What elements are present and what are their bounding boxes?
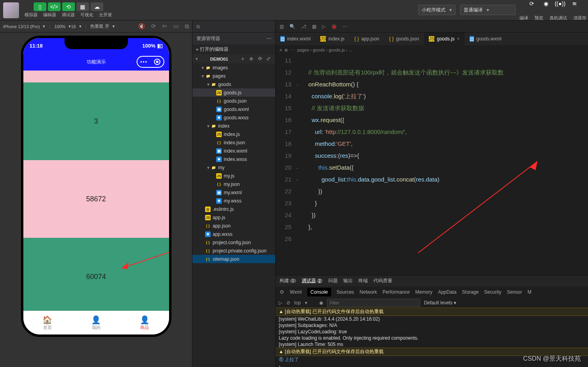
editor-tab-goods.js[interactable]: JSgoods.js× <box>424 32 465 45</box>
tree-node-goods.js[interactable]: JSgoods.js <box>192 88 275 97</box>
clearcache-icon[interactable]: ≋ <box>568 0 581 8</box>
devtab-Storage[interactable]: Storage <box>462 289 479 295</box>
breadcrumb[interactable]: ≡ ⊕ ⋯ pages › goods › goods.js › ... <box>276 45 588 55</box>
breadcrumb-path[interactable]: pages › goods › goods.js › ... <box>297 48 352 52</box>
open-editors-section[interactable]: 打开的编辑器 <box>192 44 275 54</box>
zoom-select[interactable]: 100% <box>54 24 71 29</box>
tree-node-goods.wxss[interactable]: ❖goods.wxss <box>192 113 275 122</box>
levels-select[interactable]: Default levels ▾ <box>424 300 456 306</box>
hotreload-select[interactable]: 热重载 开 <box>90 23 114 29</box>
devtab-Console[interactable]: Console <box>307 288 331 296</box>
visual-toggle[interactable]: ▦ <box>76 2 89 11</box>
cut-icon[interactable]: ✄ <box>162 23 167 30</box>
tree-node-my.wxml[interactable]: ▤my.wxml <box>192 188 275 197</box>
tree-node-index.wxml[interactable]: ▤index.wxml <box>192 147 275 155</box>
sidebar-icon[interactable]: ▥ <box>280 24 284 29</box>
device-select[interactable]: iPhone 12/13 (Pro) <box>3 24 45 29</box>
editor-tab-goods.json[interactable]: { }goods.json <box>384 32 424 45</box>
devtab-M[interactable]: M <box>527 289 531 295</box>
tree-node-pages[interactable]: ▾📁pages <box>192 72 275 80</box>
bug-icon[interactable]: 🐞 <box>331 24 337 29</box>
realdevice-icon[interactable]: ((●)) <box>554 0 567 8</box>
popout-icon[interactable]: ⧉ <box>185 23 189 30</box>
term-tab-输出[interactable]: 输出 <box>343 277 353 284</box>
devtab-Network[interactable]: Network <box>360 289 377 295</box>
tree-node-my[interactable]: ▾📁my <box>192 163 275 172</box>
more-bc-icon[interactable]: ⋯ <box>290 48 295 53</box>
term-tab-终端[interactable]: 终端 <box>358 277 368 284</box>
tree-node-app.wxss[interactable]: ❖app.wxss <box>192 230 275 238</box>
tree-node-my.wxss[interactable]: ❖my.wxss <box>192 197 275 205</box>
editor-tab-index.js[interactable]: JSindex.js <box>316 32 350 45</box>
devtab-Memory[interactable]: Memory <box>415 289 432 295</box>
tree-node-my.json[interactable]: { }my.json <box>192 180 275 188</box>
tree-node-index.js[interactable]: JSindex.js <box>192 130 275 138</box>
tree-node-sitemap.json[interactable]: { }sitemap.json <box>192 255 275 263</box>
tree-node-project.private.config.json[interactable]: { }project.private.config.json <box>192 247 275 255</box>
tree-node-images[interactable]: ▾📁images <box>192 63 275 72</box>
console-output[interactable]: ▲ [自动热重载] 已开启代码文件保存后自动热重载[system] WeChat… <box>276 308 588 367</box>
simulator-toggle[interactable]: ▯ <box>34 2 46 11</box>
debugger-toggle[interactable]: ⟲ <box>62 2 75 11</box>
capsule-menu-icon[interactable]: ••• <box>140 59 148 65</box>
search-icon[interactable]: 🔍 <box>289 24 295 29</box>
tab-首页[interactable]: 🏠首页 <box>23 311 72 335</box>
console-filter[interactable] <box>327 299 420 307</box>
font-select[interactable]: 16 <box>71 24 81 29</box>
compass-icon[interactable]: ⊕ <box>284 48 288 53</box>
tree-node-project.config.json[interactable]: { }project.config.json <box>192 238 275 247</box>
term-tab-问题[interactable]: 问题 <box>328 277 338 284</box>
tab-商品[interactable]: 👤商品 <box>120 311 169 335</box>
term-tab-构建[interactable]: 构建2 <box>280 277 296 284</box>
ext-icon[interactable]: ▦ <box>312 24 316 29</box>
editor-tab-app.json[interactable]: { }app.json <box>350 32 384 45</box>
inspect-icon[interactable]: ⯐ <box>280 289 284 295</box>
run-icon[interactable]: ▷ <box>322 24 325 29</box>
refresh-icon[interactable]: ⟳ <box>151 23 156 30</box>
more-ed-icon[interactable]: ⋯ <box>343 24 347 29</box>
tree-node-app.json[interactable]: { }app.json <box>192 222 275 230</box>
list-icon[interactable]: ≡ <box>280 48 282 52</box>
console-play-icon[interactable]: ▷ <box>279 300 282 306</box>
context-select[interactable]: top <box>294 300 301 306</box>
tree-node-my.js[interactable]: JSmy.js <box>192 172 275 180</box>
editor-tab-index.wxml[interactable]: ▤index.wxml <box>276 32 316 45</box>
editor-toggle[interactable]: </> <box>48 2 61 11</box>
compile-icon[interactable]: ⟳ <box>525 0 538 8</box>
close-icon[interactable]: × <box>457 36 460 42</box>
mute-icon[interactable]: 🔇 <box>138 23 145 30</box>
console-clear-icon[interactable]: ⊘ <box>286 300 290 306</box>
eye-icon[interactable]: ◉ <box>319 300 323 306</box>
tree-node-index.wxss[interactable]: ❖index.wxss <box>192 155 275 163</box>
tree-node-goods.wxml[interactable]: ▤goods.wxml <box>192 105 275 113</box>
cloud-toggle[interactable]: ☁ <box>91 2 103 11</box>
compile-select[interactable]: 普通编译 <box>460 5 516 15</box>
avatar[interactable] <box>3 2 19 18</box>
tree-node-index.json[interactable]: { }index.json <box>192 138 275 147</box>
tree-node-goods.json[interactable]: { }goods.json <box>192 97 275 105</box>
code-editor[interactable]: 11121314151617181920212223242526 ⌄⌄⌄ // … <box>276 55 588 275</box>
devtab-AppData[interactable]: AppData <box>438 289 457 295</box>
editor-tab-goods.wxml[interactable]: ▤goods.wxml <box>465 32 506 45</box>
devtab-Sensor[interactable]: Sensor <box>507 289 522 295</box>
file-tree[interactable]: ▾📁images▾📁pages▾📁goodsJSgoods.js{ }goods… <box>192 63 275 367</box>
capsule-button[interactable]: ••• <box>137 56 164 68</box>
tree-node-goods[interactable]: ▾📁goods <box>192 80 275 88</box>
capsule-close-icon[interactable] <box>154 59 160 65</box>
term-tab-调试器[interactable]: 调试器2 <box>302 277 323 284</box>
tree-node-index[interactable]: ▾📁index <box>192 122 275 130</box>
mode-select[interactable]: 小程序模式 <box>418 5 455 15</box>
more-icon[interactable]: ⋯ <box>266 36 271 41</box>
tree-node-app.js[interactable]: JSapp.js <box>192 213 275 222</box>
devtab-Wxml[interactable]: Wxml <box>290 289 302 295</box>
term-tab-代码质量[interactable]: 代码质量 <box>373 277 392 284</box>
devtab-Performance[interactable]: Performance <box>382 289 410 295</box>
tab-我的[interactable]: 👤我的 <box>72 311 120 335</box>
preview-icon[interactable]: ◉ <box>540 0 552 8</box>
project-header[interactable]: DEMO01 ＋ ⊕ ⟳ ⤢ <box>192 54 275 63</box>
devtab-Sources[interactable]: Sources <box>337 289 354 295</box>
split-icon[interactable]: ⧉ <box>196 24 200 29</box>
scm-icon[interactable]: ⎇ <box>301 24 306 29</box>
project-actions[interactable]: ＋ ⊕ ⟳ ⤢ <box>240 55 272 62</box>
devtab-Security[interactable]: Security <box>484 289 501 295</box>
